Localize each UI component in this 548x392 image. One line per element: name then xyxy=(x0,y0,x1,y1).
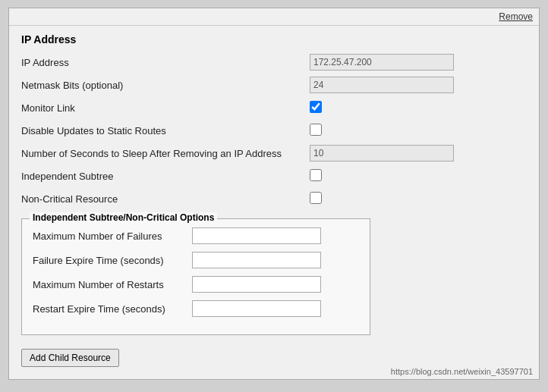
ip-address-label: IP Address xyxy=(21,57,310,68)
monitor-link-checkbox[interactable] xyxy=(310,101,322,113)
subsection-panel: Independent Subtree/Non-Critical Options… xyxy=(21,218,370,335)
independent-subtree-label: Independent Subtree xyxy=(21,171,310,182)
netmask-label: Netmask Bits (optional) xyxy=(21,80,310,91)
monitor-link-value xyxy=(310,101,527,115)
non-critical-row: Non-Critical Resource xyxy=(21,190,527,208)
disable-updates-value xyxy=(310,124,527,138)
netmask-value xyxy=(310,77,527,93)
independent-subtree-value xyxy=(310,169,527,183)
failure-expire-field[interactable] xyxy=(192,252,321,268)
max-restarts-row: Maximum Number of Restarts xyxy=(33,275,359,293)
max-restarts-label: Maximum Number of Restarts xyxy=(33,279,192,290)
disable-updates-checkbox[interactable] xyxy=(310,124,322,136)
sleep-seconds-value xyxy=(310,145,527,162)
monitor-link-label: Monitor Link xyxy=(21,102,310,114)
top-bar: Remove xyxy=(9,8,539,26)
max-failures-field[interactable] xyxy=(192,227,321,244)
sleep-seconds-row: Number of Seconds to Sleep After Removin… xyxy=(21,144,527,162)
disable-updates-row: Disable Updates to Static Routes xyxy=(21,121,527,140)
section-title: IP Address xyxy=(9,26,539,50)
disable-updates-label: Disable Updates to Static Routes xyxy=(21,125,310,136)
ip-address-field[interactable] xyxy=(310,54,454,71)
non-critical-value xyxy=(310,192,527,206)
restart-expire-row: Restart Expire Time (seconds) xyxy=(33,299,359,318)
non-critical-checkbox[interactable] xyxy=(310,192,322,204)
monitor-link-row: Monitor Link xyxy=(21,99,527,117)
independent-subtree-checkbox[interactable] xyxy=(310,169,322,181)
ip-address-row: IP Address xyxy=(21,53,527,71)
restart-expire-field[interactable] xyxy=(192,300,321,317)
independent-subtree-row: Independent Subtree xyxy=(21,167,527,185)
failure-expire-row: Failure Expire Time (seconds) xyxy=(33,251,359,269)
netmask-row: Netmask Bits (optional) xyxy=(21,76,527,94)
restart-expire-label: Restart Expire Time (seconds) xyxy=(33,303,192,315)
ip-address-value xyxy=(310,54,527,71)
max-restarts-field[interactable] xyxy=(192,276,321,293)
add-child-resource-button[interactable]: Add Child Resource xyxy=(21,349,119,367)
non-critical-label: Non-Critical Resource xyxy=(21,193,310,205)
sleep-seconds-label: Number of Seconds to Sleep After Removin… xyxy=(21,148,310,159)
max-failures-label: Maximum Number of Failures xyxy=(33,230,192,242)
main-panel: Remove IP Address IP Address Netmask Bit… xyxy=(8,8,540,380)
max-failures-row: Maximum Number of Failures xyxy=(33,227,359,245)
netmask-bits-field[interactable] xyxy=(310,77,454,93)
sleep-seconds-field[interactable] xyxy=(310,145,454,162)
failure-expire-label: Failure Expire Time (seconds) xyxy=(33,255,192,266)
watermark-text: https://blog.csdn.net/weixin_43597701 xyxy=(391,367,533,376)
subsection-title: Independent Subtree/Non-Critical Options xyxy=(30,212,217,223)
remove-link[interactable]: Remove xyxy=(499,11,533,22)
form-area: IP Address Netmask Bits (optional) Monit… xyxy=(9,50,539,379)
